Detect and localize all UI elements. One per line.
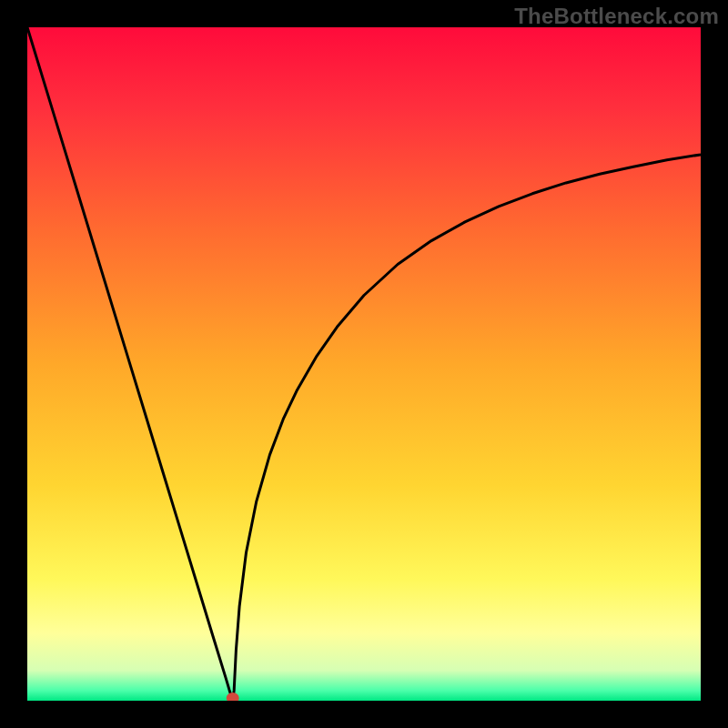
- bottleneck-chart: [27, 27, 701, 701]
- plot-background: [27, 27, 701, 701]
- watermark-text: TheBottleneck.com: [514, 4, 719, 29]
- chart-frame: TheBottleneck.com: [0, 0, 728, 728]
